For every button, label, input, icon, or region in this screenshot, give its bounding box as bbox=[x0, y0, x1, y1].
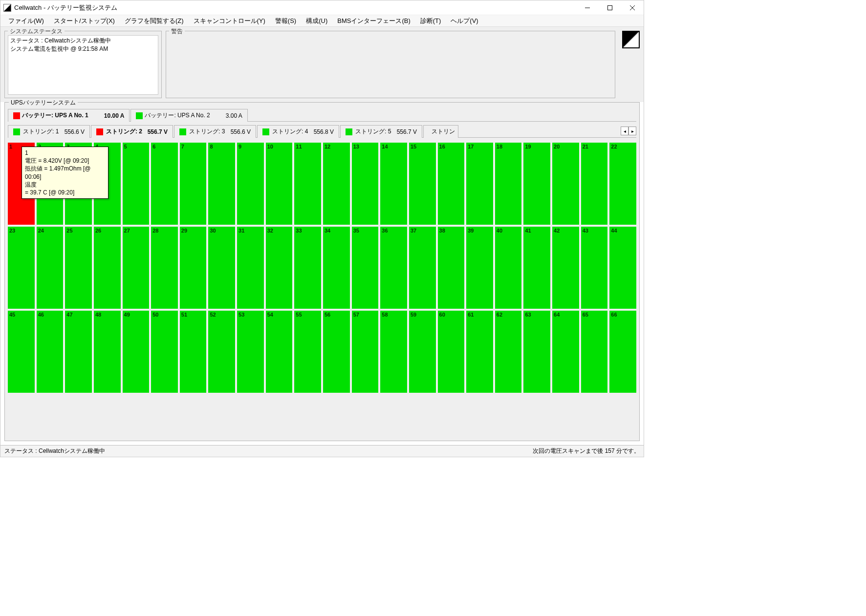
cell-40[interactable]: 40 bbox=[495, 227, 522, 309]
string-tab-label: ストリング: 3 bbox=[189, 127, 225, 136]
cell-14[interactable]: 14 bbox=[380, 143, 407, 225]
cell-49[interactable]: 49 bbox=[123, 311, 150, 393]
cell-9[interactable]: 9 bbox=[237, 143, 264, 225]
cell-35[interactable]: 35 bbox=[352, 227, 379, 309]
cell-55[interactable]: 55 bbox=[294, 311, 321, 393]
menu-graph[interactable]: グラフを閲覧する(Z) bbox=[121, 16, 188, 26]
cell-26[interactable]: 26 bbox=[94, 227, 121, 309]
cell-number: 51 bbox=[181, 312, 187, 318]
menu-help[interactable]: ヘルプ(V) bbox=[447, 16, 482, 26]
cell-17[interactable]: 17 bbox=[466, 143, 493, 225]
menu-file[interactable]: ファイル(W) bbox=[4, 16, 48, 26]
cell-65[interactable]: 65 bbox=[581, 311, 608, 393]
top-panels: システムステータス ステータス : Cellwatchシステム稼働中 システム電… bbox=[0, 27, 644, 102]
cell-32[interactable]: 32 bbox=[266, 227, 293, 309]
cell-61[interactable]: 61 bbox=[466, 311, 493, 393]
cell-6[interactable]: 6 bbox=[151, 143, 178, 225]
string-tab-3[interactable]: ストリング: 3556.6 V bbox=[174, 125, 256, 138]
cell-23[interactable]: 23 bbox=[8, 227, 35, 309]
cell-36[interactable]: 36 bbox=[380, 227, 407, 309]
menu-scan[interactable]: スキャンコントロール(Y) bbox=[190, 16, 269, 26]
cell-24[interactable]: 24 bbox=[37, 227, 64, 309]
cell-30[interactable]: 30 bbox=[208, 227, 235, 309]
cell-50[interactable]: 50 bbox=[151, 311, 178, 393]
string-tab-overflow[interactable]: ストリン bbox=[423, 125, 458, 138]
scroll-right-button[interactable]: ▸ bbox=[628, 127, 636, 135]
string-tab-4[interactable]: ストリング: 4556.8 V bbox=[257, 125, 339, 138]
menu-startstop[interactable]: スタート/ストップ(X) bbox=[50, 16, 119, 26]
cell-25[interactable]: 25 bbox=[65, 227, 92, 309]
cell-11[interactable]: 11 bbox=[294, 143, 321, 225]
cell-13[interactable]: 13 bbox=[352, 143, 379, 225]
cell-22[interactable]: 22 bbox=[609, 143, 636, 225]
cell-66[interactable]: 66 bbox=[609, 311, 636, 393]
cell-39[interactable]: 39 bbox=[466, 227, 493, 309]
cell-18[interactable]: 18 bbox=[495, 143, 522, 225]
battery-tab-1[interactable]: バッテリー: UPS A No. 110.00 A bbox=[8, 109, 130, 122]
cell-53[interactable]: 53 bbox=[237, 311, 264, 393]
cell-16[interactable]: 16 bbox=[438, 143, 465, 225]
cell-51[interactable]: 51 bbox=[180, 311, 207, 393]
cell-38[interactable]: 38 bbox=[438, 227, 465, 309]
status-list[interactable]: ステータス : Cellwatchシステム稼働中 システム電流を監視中 @ 9:… bbox=[8, 35, 158, 95]
scroll-left-button[interactable]: ◂ bbox=[621, 127, 628, 135]
cell-21[interactable]: 21 bbox=[581, 143, 608, 225]
menu-diag[interactable]: 診断(T) bbox=[416, 16, 445, 26]
cell-number: 46 bbox=[38, 312, 44, 318]
cell-54[interactable]: 54 bbox=[266, 311, 293, 393]
menu-bms[interactable]: BMSインターフェース(B) bbox=[333, 16, 414, 26]
cell-number: 65 bbox=[583, 312, 588, 318]
window-controls bbox=[576, 0, 644, 15]
cell-19[interactable]: 19 bbox=[523, 143, 550, 225]
menu-config[interactable]: 構成(U) bbox=[302, 16, 331, 26]
cell-48[interactable]: 48 bbox=[94, 311, 121, 393]
cell-63[interactable]: 63 bbox=[523, 311, 550, 393]
close-button[interactable] bbox=[621, 0, 644, 15]
string-tab-volts: 556.8 V bbox=[314, 128, 334, 135]
cell-57[interactable]: 57 bbox=[352, 311, 379, 393]
cell-47[interactable]: 47 bbox=[65, 311, 92, 393]
cell-52[interactable]: 52 bbox=[208, 311, 235, 393]
cell-62[interactable]: 62 bbox=[495, 311, 522, 393]
cell-45[interactable]: 45 bbox=[8, 311, 35, 393]
cell-41[interactable]: 41 bbox=[523, 227, 550, 309]
cell-15[interactable]: 15 bbox=[409, 143, 436, 225]
string-tab-1[interactable]: ストリング: 1556.6 V bbox=[8, 125, 90, 138]
cell-10[interactable]: 10 bbox=[266, 143, 293, 225]
cell-33[interactable]: 33 bbox=[294, 227, 321, 309]
menu-alarm[interactable]: 警報(S) bbox=[271, 16, 300, 26]
cell-60[interactable]: 60 bbox=[438, 311, 465, 393]
string-tab-2[interactable]: ストリング: 2556.7 V bbox=[91, 125, 173, 138]
cell-number: 63 bbox=[525, 312, 531, 318]
cell-34[interactable]: 34 bbox=[323, 227, 350, 309]
cell-number: 11 bbox=[296, 144, 302, 149]
cell-64[interactable]: 64 bbox=[552, 311, 579, 393]
tooltip-temp-label: 温度 bbox=[25, 181, 105, 189]
cell-29[interactable]: 29 bbox=[180, 227, 207, 309]
minimize-button[interactable] bbox=[576, 0, 599, 15]
cell-7[interactable]: 7 bbox=[180, 143, 207, 225]
cell-5[interactable]: 5 bbox=[123, 143, 150, 225]
maximize-button[interactable] bbox=[599, 0, 621, 15]
cell-43[interactable]: 43 bbox=[581, 227, 608, 309]
status-green-icon bbox=[346, 128, 352, 135]
cell-31[interactable]: 31 bbox=[237, 227, 264, 309]
window-title: Cellwatch - バッテリー監視システム bbox=[14, 3, 576, 12]
cell-37[interactable]: 37 bbox=[409, 227, 436, 309]
string-tab-volts: 556.7 V bbox=[397, 128, 417, 135]
cell-20[interactable]: 20 bbox=[552, 143, 579, 225]
cell-58[interactable]: 58 bbox=[380, 311, 407, 393]
cell-42[interactable]: 42 bbox=[552, 227, 579, 309]
cell-12[interactable]: 12 bbox=[323, 143, 350, 225]
cell-number: 57 bbox=[353, 312, 359, 318]
cell-number: 31 bbox=[238, 228, 244, 234]
cell-44[interactable]: 44 bbox=[609, 227, 636, 309]
cell-27[interactable]: 27 bbox=[123, 227, 150, 309]
string-tab-5[interactable]: ストリング: 5556.7 V bbox=[340, 125, 422, 138]
battery-tab-2[interactable]: バッテリー: UPS A No. 23.00 A bbox=[130, 109, 247, 122]
cell-46[interactable]: 46 bbox=[37, 311, 64, 393]
cell-8[interactable]: 8 bbox=[208, 143, 235, 225]
cell-59[interactable]: 59 bbox=[409, 311, 436, 393]
cell-56[interactable]: 56 bbox=[323, 311, 350, 393]
cell-28[interactable]: 28 bbox=[151, 227, 178, 309]
